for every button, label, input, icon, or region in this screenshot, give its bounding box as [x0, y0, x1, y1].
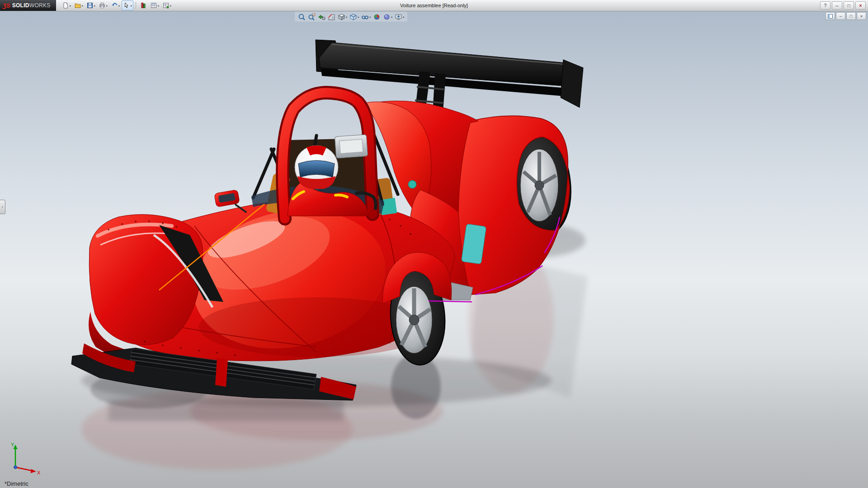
- dropdown-caret: ▾: [70, 4, 71, 7]
- zoom-to-fit-button[interactable]: [297, 12, 307, 21]
- dropdown-caret: ▾: [118, 4, 120, 7]
- dropdown-caret: ▾: [391, 15, 392, 19]
- save-button[interactable]: ▾: [85, 0, 97, 10]
- previous-view-icon: [318, 13, 326, 21]
- options-table-icon: [162, 2, 170, 9]
- dropdown-caret: ▾: [158, 4, 159, 7]
- dropdown-caret: ▾: [369, 15, 371, 19]
- view-settings-button[interactable]: ▾: [394, 12, 405, 21]
- open-folder-icon: [74, 2, 81, 9]
- pane-toggle-icon: [828, 14, 833, 19]
- triad-y-label: Y: [11, 442, 14, 447]
- document-window-controls: – □ ×: [826, 12, 866, 20]
- section-view-button[interactable]: [327, 12, 336, 21]
- edit-appearance-icon: [373, 13, 381, 21]
- undo-button[interactable]: ▾: [109, 0, 121, 10]
- help-button[interactable]: ?: [820, 1, 830, 9]
- hide-show-items-button[interactable]: ▾: [360, 12, 372, 21]
- dropdown-caret: ▾: [358, 15, 359, 19]
- logo-text-works: WORKS: [29, 2, 51, 9]
- dropdown-caret: ▾: [131, 4, 132, 7]
- hide-show-items-icon: [361, 13, 369, 21]
- logo-text-solid: SOLID: [12, 2, 29, 9]
- view-orientation-label: *Dimetric: [5, 480, 28, 487]
- previous-view-button[interactable]: [317, 12, 326, 21]
- section-view-icon: [328, 13, 335, 21]
- dropdown-caret: ▾: [94, 4, 95, 7]
- window-controls: ? – □ ×: [820, 1, 868, 9]
- minimize-button[interactable]: –: [832, 1, 842, 9]
- minimize-document-button[interactable]: –: [836, 12, 845, 20]
- zoom-to-area-icon: [308, 13, 316, 21]
- dropdown-caret: ▾: [106, 4, 108, 7]
- view-orientation-button[interactable]: ▾: [337, 12, 348, 21]
- open-button[interactable]: ▾: [73, 0, 85, 10]
- view-settings-icon: [395, 13, 402, 21]
- edit-appearance-button[interactable]: [372, 12, 382, 21]
- print-button[interactable]: ▾: [97, 0, 109, 10]
- restore-document-button[interactable]: □: [846, 12, 856, 20]
- display-colors-button[interactable]: [138, 0, 148, 10]
- dropdown-caret: ▾: [170, 4, 171, 7]
- options-table-button[interactable]: ▾: [161, 0, 173, 10]
- undo-icon: [111, 2, 118, 9]
- sketch-table-button[interactable]: ▾: [149, 0, 160, 10]
- solidworks-logo: ƷS SOLIDWORKS: [0, 0, 56, 11]
- dropdown-caret: ▾: [346, 15, 347, 19]
- pane-toggle-button[interactable]: [826, 12, 835, 20]
- dropdown-caret: ▾: [403, 15, 404, 19]
- graphics-area[interactable]: ▾ ▾ ▾ ▾ ▾: [0, 11, 868, 488]
- display-colors-icon: [140, 2, 147, 9]
- zoom-to-area-button[interactable]: [307, 12, 316, 21]
- display-style-button[interactable]: ▾: [349, 12, 360, 21]
- titlebar: ƷS SOLIDWORKS Voiture assemblee [Read-on…: [0, 0, 868, 11]
- sketch-table-icon: [150, 2, 157, 9]
- select-cursor-icon: [123, 2, 130, 9]
- close-button[interactable]: ×: [855, 1, 866, 9]
- zoom-to-fit-icon: [298, 13, 306, 21]
- dropdown-caret: ▾: [82, 4, 83, 7]
- close-document-button[interactable]: ×: [857, 12, 866, 20]
- select-button[interactable]: ▾: [122, 0, 133, 10]
- solidworks-window: ƷS SOLIDWORKS Voiture assemblee [Read-on…: [0, 0, 868, 488]
- view-orientation-icon: [338, 13, 345, 21]
- model-scene: [0, 11, 868, 488]
- toolbar-separator: [136, 2, 136, 9]
- triad-x-label: X: [37, 470, 41, 475]
- new-document-icon: [62, 2, 69, 9]
- new-document-button[interactable]: ▾: [61, 0, 72, 10]
- display-style-icon: [349, 13, 357, 21]
- ds-logo-glyph: ƷS: [3, 2, 10, 9]
- featuremanager-collapse-handle[interactable]: ‹: [0, 200, 5, 214]
- apply-scene-button[interactable]: ▾: [382, 12, 393, 21]
- print-icon: [99, 2, 106, 9]
- main-toolbar: ▾ ▾ ▾ ▾ ▾ ▾: [61, 0, 173, 10]
- orientation-triad: Y X: [6, 439, 44, 477]
- save-icon: [86, 2, 94, 9]
- maximize-button[interactable]: □: [844, 1, 854, 9]
- heads-up-toolbar: ▾ ▾ ▾ ▾ ▾: [295, 12, 407, 22]
- apply-scene-icon: [383, 13, 391, 21]
